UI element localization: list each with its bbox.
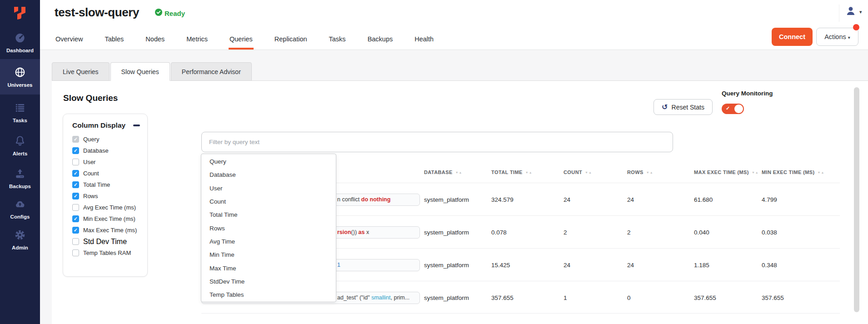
checkbox[interactable] bbox=[72, 215, 79, 222]
column-option-database[interactable]: Database bbox=[63, 145, 147, 156]
sidebar-item-label: Universes bbox=[8, 82, 33, 88]
sidebar-item-tasks[interactable]: Tasks bbox=[0, 96, 40, 128]
option-label: Query bbox=[83, 136, 99, 143]
database-cell: system_platform bbox=[424, 216, 469, 249]
queries-subtabs: Live Queries Slow Queries Performance Ad… bbox=[52, 62, 253, 81]
checkbox[interactable] bbox=[72, 159, 79, 165]
reset-icon: ↺ bbox=[662, 104, 668, 111]
column-option-query[interactable]: Query bbox=[63, 134, 147, 145]
option-label: Avg Exec Time (ms) bbox=[83, 204, 136, 211]
sidebar-item-admin[interactable]: Admin bbox=[0, 224, 40, 255]
dropdown-item-count[interactable]: Count bbox=[201, 195, 336, 208]
option-label: Std Dev Time bbox=[83, 238, 127, 246]
sidebar-item-label: Tasks bbox=[13, 118, 27, 123]
dropdown-item-user[interactable]: User bbox=[201, 182, 336, 195]
count-cell: 2 bbox=[564, 216, 567, 249]
max-exec-time-cell: 1.185 bbox=[694, 249, 709, 281]
column-header-min-exec-time[interactable]: MIN EXEC TIME (MS)▼▲ bbox=[762, 162, 824, 183]
tab-overview[interactable]: Overview bbox=[55, 30, 84, 50]
tab-replication[interactable]: Replication bbox=[274, 30, 308, 50]
sort-icons[interactable]: ▼▲ bbox=[585, 171, 592, 174]
tab-backups[interactable]: Backups bbox=[367, 30, 394, 50]
dropdown-item-avg-time[interactable]: Avg Time bbox=[201, 235, 336, 248]
sort-icons[interactable]: ▼▲ bbox=[525, 171, 533, 174]
tab-tasks[interactable]: Tasks bbox=[328, 30, 347, 50]
total-time-cell: 324.579 bbox=[491, 183, 514, 216]
slow-queries-panel: Slow Queries ↺ Reset Stats Query Monitor… bbox=[52, 80, 868, 324]
tab-queries[interactable]: Queries bbox=[229, 30, 254, 50]
column-header-total-time[interactable]: TOTAL TIME▼▲ bbox=[491, 162, 533, 183]
max-exec-time-cell: 357.655 bbox=[694, 281, 716, 314]
checkbox[interactable] bbox=[72, 147, 79, 154]
query-filter-input[interactable] bbox=[201, 132, 673, 152]
tab-performance-advisor[interactable]: Performance Advisor bbox=[171, 62, 252, 81]
reset-stats-button[interactable]: ↺ Reset Stats bbox=[653, 99, 713, 115]
column-display-title: Column Display bbox=[72, 121, 125, 130]
dropdown-item-query[interactable]: Query bbox=[201, 155, 336, 168]
sidebar-item-label: Admin bbox=[12, 245, 28, 250]
user-menu[interactable]: ▾ bbox=[845, 5, 862, 18]
sort-icons[interactable]: ▼▲ bbox=[455, 171, 463, 174]
rows-cell: 24 bbox=[627, 249, 634, 281]
checkbox[interactable] bbox=[72, 238, 79, 245]
checkbox[interactable] bbox=[72, 136, 79, 143]
sort-icons[interactable]: ▼▲ bbox=[818, 171, 825, 174]
tab-metrics[interactable]: Metrics bbox=[185, 30, 209, 50]
connect-button[interactable]: Connect bbox=[772, 28, 813, 46]
header-divider bbox=[839, 5, 839, 22]
query-monitoring-toggle[interactable]: ✓ bbox=[722, 104, 744, 114]
yugabyte-logo-icon[interactable] bbox=[12, 4, 28, 24]
checkbox[interactable] bbox=[72, 170, 79, 177]
dropdown-item-total-time[interactable]: Total Time bbox=[201, 208, 336, 221]
column-option-temp-tables-ram[interactable]: Temp Tables RAM bbox=[63, 247, 147, 259]
column-option-std-dev-time[interactable]: Std Dev Time bbox=[63, 236, 147, 247]
tab-slow-queries[interactable]: Slow Queries bbox=[110, 62, 170, 81]
sidebar-item-dashboard[interactable]: Dashboard bbox=[0, 26, 40, 58]
tab-tables[interactable]: Tables bbox=[104, 30, 125, 50]
vertical-scrollbar[interactable] bbox=[854, 87, 859, 312]
dropdown-item-temp-tables[interactable]: Temp Tables bbox=[201, 288, 336, 301]
tab-health[interactable]: Health bbox=[414, 30, 434, 50]
column-option-min-exec-time[interactable]: Min Exec Time (ms) bbox=[63, 213, 147, 224]
column-option-max-exec-time[interactable]: Max Exec Time (ms) bbox=[63, 224, 147, 236]
sidebar-item-label: Alerts bbox=[13, 151, 28, 156]
sort-icons[interactable]: ▼▲ bbox=[752, 171, 759, 174]
dropdown-item-database[interactable]: Database bbox=[201, 168, 336, 181]
max-exec-time-cell: 0.040 bbox=[694, 216, 709, 249]
sort-icons[interactable]: ▼▲ bbox=[646, 171, 653, 174]
option-label: Min Exec Time (ms) bbox=[83, 215, 135, 222]
sidebar-item-universes[interactable]: Universes bbox=[0, 59, 40, 95]
count-cell: 24 bbox=[564, 183, 570, 216]
checkbox[interactable] bbox=[72, 204, 79, 211]
dropdown-item-min-time[interactable]: Min Time bbox=[201, 248, 336, 261]
sidebar-item-alerts[interactable]: Alerts bbox=[0, 130, 40, 161]
sidebar-item-configs[interactable]: Configs bbox=[0, 193, 40, 224]
option-label: User bbox=[83, 159, 95, 165]
column-header-max-exec-time[interactable]: MAX EXEC TIME (MS)▼▲ bbox=[694, 162, 759, 183]
column-option-rows[interactable]: Rows bbox=[63, 190, 147, 202]
upload-icon bbox=[14, 168, 26, 181]
checkbox[interactable] bbox=[72, 249, 79, 256]
sidebar-item-backups[interactable]: Backups bbox=[0, 162, 40, 194]
column-option-count[interactable]: Count bbox=[63, 168, 147, 179]
column-header-rows[interactable]: ROWS▼▲ bbox=[627, 162, 653, 183]
status-badge: Ready bbox=[155, 9, 185, 18]
tab-nodes[interactable]: Nodes bbox=[145, 30, 165, 50]
column-option-user[interactable]: User bbox=[63, 156, 147, 168]
tab-live-queries[interactable]: Live Queries bbox=[52, 62, 110, 81]
gauge-icon bbox=[14, 32, 26, 45]
total-time-cell: 15.425 bbox=[491, 249, 510, 281]
column-option-total-time[interactable]: Total Time bbox=[63, 179, 147, 190]
column-option-avg-exec-time[interactable]: Avg Exec Time (ms) bbox=[63, 202, 147, 213]
column-header-database[interactable]: DATABASE▼▲ bbox=[424, 162, 463, 183]
dropdown-item-rows[interactable]: Rows bbox=[201, 221, 336, 234]
checkbox[interactable] bbox=[72, 193, 79, 199]
option-label: Rows bbox=[83, 193, 98, 199]
dropdown-item-max-time[interactable]: Max Time bbox=[201, 261, 336, 274]
column-header-count[interactable]: COUNT▼▲ bbox=[564, 162, 592, 183]
dropdown-item-stddev-time[interactable]: StdDev Time bbox=[201, 275, 336, 288]
collapse-minus-icon[interactable] bbox=[133, 125, 140, 126]
actions-button[interactable]: Actions ▾ bbox=[816, 28, 858, 46]
checkbox[interactable] bbox=[72, 181, 79, 188]
checkbox[interactable] bbox=[72, 227, 79, 234]
